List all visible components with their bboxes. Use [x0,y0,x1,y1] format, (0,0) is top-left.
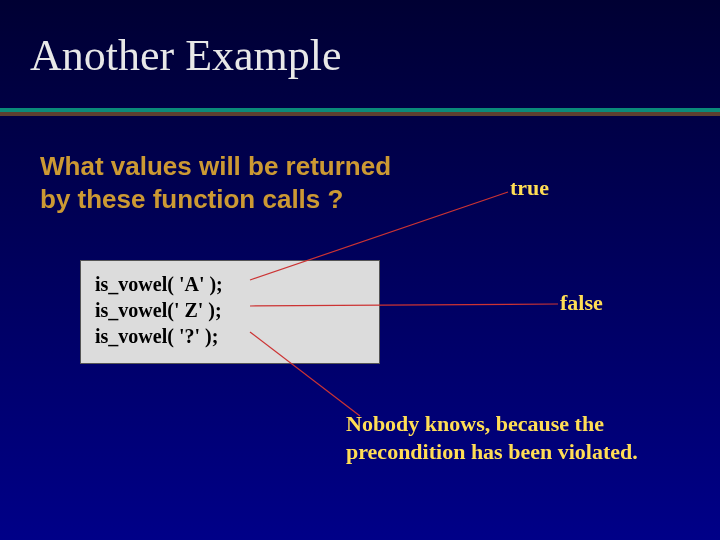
slide-title: Another Example [30,30,342,81]
footnote-text: Nobody knows, because the precondition h… [346,410,706,465]
question-text: What values will be returned by these fu… [40,150,440,215]
code-line-3: is_vowel( '?' ); [95,323,365,349]
code-line-1: is_vowel( 'A' ); [95,271,365,297]
divider-bottom [0,112,720,116]
footnote-line2: precondition has been violated. [346,439,638,464]
footnote-line1: Nobody knows, because the [346,411,604,436]
question-line1: What values will be returned [40,151,391,181]
question-line2: by these function calls ? [40,184,343,214]
code-line-2: is_vowel(' Z' ); [95,297,365,323]
code-box: is_vowel( 'A' ); is_vowel(' Z' ); is_vow… [80,260,380,364]
answer-false: false [560,290,603,316]
answer-true: true [510,175,549,201]
